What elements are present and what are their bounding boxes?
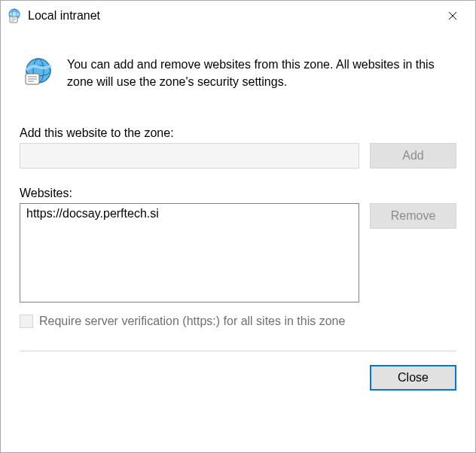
dialog-content: You can add and remove websites from thi… xyxy=(1,31,475,406)
require-verification-label: Require server verification (https:) for… xyxy=(39,315,345,328)
close-icon[interactable] xyxy=(435,5,469,27)
close-button[interactable]: Close xyxy=(370,365,456,391)
require-verification-row[interactable]: Require server verification (https:) for… xyxy=(20,315,456,328)
require-verification-checkbox[interactable] xyxy=(20,315,33,328)
titlebar: Local intranet xyxy=(1,1,475,31)
info-text: You can add and remove websites from thi… xyxy=(67,56,449,90)
add-field-label: Add this website to the zone: xyxy=(20,126,456,140)
websites-field-label: Websites: xyxy=(20,187,456,200)
add-website-input[interactable] xyxy=(20,143,359,169)
globe-shield-icon xyxy=(7,8,22,23)
add-button[interactable]: Add xyxy=(370,143,456,169)
window-title: Local intranet xyxy=(28,9,435,23)
divider xyxy=(20,351,456,351)
zone-globe-icon xyxy=(23,56,53,86)
list-item[interactable]: https://docsay.perftech.si xyxy=(25,206,354,221)
remove-button[interactable]: Remove xyxy=(370,203,456,229)
websites-listbox[interactable]: https://docsay.perftech.si xyxy=(20,203,359,303)
info-row: You can add and remove websites from thi… xyxy=(20,42,456,105)
footer: Close xyxy=(20,365,456,391)
